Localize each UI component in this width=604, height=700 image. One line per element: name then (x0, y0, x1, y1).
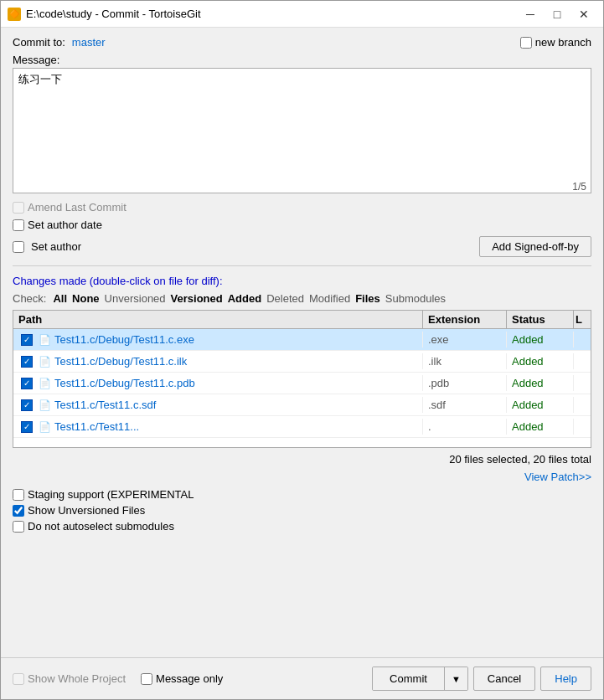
amend-label: Amend Last Commit (28, 201, 126, 214)
bottom-bar: Show Whole Project Message only Commit ▼… (1, 657, 603, 699)
table-row[interactable]: ✓ 📄 Test11.c/Debug/Test11.c.exe .exe Add… (13, 329, 591, 351)
author-date-checkbox[interactable] (13, 219, 24, 231)
view-patch-link[interactable]: View Patch>> (524, 471, 591, 483)
commit-to-label: Commit to: (13, 36, 65, 49)
file-path: Test11.c/Debug/Test11.c.exe (54, 333, 194, 346)
col-header-status: Status (507, 311, 574, 328)
minimize-button[interactable]: ─ (518, 4, 543, 24)
view-patch-row: View Patch>> (13, 471, 591, 483)
commit-dropdown-button[interactable]: ▼ (445, 667, 467, 690)
message-only-checkbox[interactable] (141, 673, 152, 685)
file-path: Test11.c/Test11... (54, 420, 139, 433)
content-area: Commit to: master new branch Message: 练习… (1, 28, 603, 657)
message-label: Message: (13, 54, 591, 66)
no-autoselect-row: Do not autoselect submodules (13, 520, 591, 533)
divider-1 (13, 265, 591, 266)
file-lock-cell (574, 382, 591, 385)
file-lock-cell (574, 360, 591, 363)
no-autoselect-label: Do not autoselect submodules (28, 520, 174, 533)
file-ext-cell: . (423, 419, 507, 435)
file-icon: 📄 (39, 356, 51, 368)
maximize-button[interactable]: □ (545, 4, 570, 24)
options-section: Staging support (EXPERIMENTAL Show Unver… (13, 488, 591, 533)
author-row: Set author Add Signed-off-by (13, 236, 591, 257)
table-row[interactable]: ✓ 📄 Test11.c/Debug/Test11.c.pdb .pdb Add… (13, 373, 591, 394)
filter-added[interactable]: Added (226, 292, 263, 305)
title-bar-left: 🔶 E:\code\study - Commit - TortoiseGit (8, 8, 201, 21)
help-button[interactable]: Help (540, 667, 591, 691)
filter-files[interactable]: Files (354, 292, 382, 305)
main-window: 🔶 E:\code\study - Commit - TortoiseGit ─… (0, 0, 604, 700)
table-row[interactable]: ✓ 📄 Test11.c/Test11.c.sdf .sdf Added (13, 394, 591, 416)
close-button[interactable]: ✕ (571, 4, 596, 24)
show-unversioned-row: Show Unversioned Files (13, 504, 591, 517)
file-ext-cell: .sdf (423, 397, 507, 413)
checkbox-checked: ✓ (21, 421, 33, 433)
file-path-cell: ✓ 📄 Test11.c/Debug/Test11.c.ilk (13, 353, 423, 369)
staging-label: Staging support (EXPERIMENTAL (28, 488, 194, 501)
message-section: Message: 练习一下 1/5 (13, 54, 591, 196)
staging-checkbox[interactable] (13, 489, 24, 501)
file-status-cell: Added (507, 397, 574, 413)
file-checkbox-cell[interactable]: ✓ (18, 378, 35, 389)
col-header-l: L (574, 311, 591, 328)
show-unversioned-label: Show Unversioned Files (28, 504, 145, 517)
filter-unversioned[interactable]: Unversioned (103, 292, 168, 305)
filter-deleted[interactable]: Deleted (265, 292, 306, 305)
file-checkbox-cell[interactable]: ✓ (18, 399, 35, 411)
staging-row: Staging support (EXPERIMENTAL (13, 488, 591, 501)
show-whole-project-label: Show Whole Project (28, 672, 126, 685)
file-ext-cell: .ilk (423, 353, 507, 369)
commit-button[interactable]: Commit (373, 667, 445, 690)
filter-versioned[interactable]: Versioned (169, 292, 225, 305)
changes-title: Changes made (double-click on file for d… (13, 275, 591, 287)
file-checkbox-cell[interactable]: ✓ (18, 334, 35, 346)
file-status-cell: Added (507, 375, 574, 391)
file-icon: 📄 (39, 378, 51, 389)
checkbox-checked: ✓ (21, 334, 33, 346)
files-summary: 20 files selected, 20 files total (449, 453, 591, 466)
no-autoselect-checkbox[interactable] (13, 521, 24, 533)
file-path-cell: ✓ 📄 Test11.c/Test11... (13, 419, 423, 435)
new-branch-group: new branch (520, 36, 591, 49)
signed-off-button[interactable]: Add Signed-off-by (479, 236, 591, 257)
file-status-cell: Added (507, 332, 574, 347)
table-row[interactable]: ✓ 📄 Test11.c/Test11... . Added (13, 416, 591, 438)
file-status-cell: Added (507, 419, 574, 435)
table-row[interactable]: ✓ 📄 Test11.c/Debug/Test11.c.ilk .ilk Add… (13, 351, 591, 373)
amend-row: Amend Last Commit (13, 201, 591, 214)
changes-label: Changes made (double-click on file for d… (13, 275, 223, 287)
file-path-cell: ✓ 📄 Test11.c/Debug/Test11.c.exe (13, 332, 423, 347)
message-textarea[interactable]: 练习一下 (13, 68, 591, 193)
new-branch-checkbox[interactable] (520, 37, 532, 49)
col-header-ext: Extension (423, 311, 507, 328)
filter-none[interactable]: None (70, 292, 101, 305)
window-title: E:\code\study - Commit - TortoiseGit (26, 8, 201, 20)
show-whole-project-checkbox[interactable] (13, 673, 24, 685)
file-path-cell: ✓ 📄 Test11.c/Test11.c.sdf (13, 397, 423, 413)
checkbox-checked: ✓ (21, 399, 33, 411)
file-table-body[interactable]: ✓ 📄 Test11.c/Debug/Test11.c.exe .exe Add… (13, 329, 591, 447)
show-unversioned-checkbox[interactable] (13, 505, 24, 517)
message-container: 练习一下 1/5 (13, 68, 591, 196)
filter-modified[interactable]: Modified (307, 292, 352, 305)
file-lock-cell (574, 425, 591, 429)
new-branch-label: new branch (535, 36, 591, 49)
file-table: Path Extension Status L ✓ 📄 Test11.c/Deb… (13, 310, 591, 448)
file-checkbox-cell[interactable]: ✓ (18, 356, 35, 368)
message-counter: 1/5 (572, 181, 586, 193)
summary-row: 20 files selected, 20 files total (13, 453, 591, 466)
cancel-button[interactable]: Cancel (473, 667, 535, 691)
file-checkbox-cell[interactable]: ✓ (18, 421, 35, 433)
check-label: Check: (13, 292, 46, 305)
filter-submodules[interactable]: Submodules (384, 292, 447, 305)
col-header-path: Path (13, 311, 423, 328)
checkbox-checked: ✓ (21, 378, 33, 389)
file-icon: 📄 (39, 421, 51, 433)
author-label: Set author (31, 240, 81, 253)
filter-all[interactable]: All (51, 292, 69, 305)
file-icon: 📄 (39, 399, 51, 411)
title-controls: ─ □ ✕ (518, 4, 596, 24)
author-checkbox[interactable] (13, 241, 24, 253)
amend-checkbox[interactable] (13, 202, 24, 214)
